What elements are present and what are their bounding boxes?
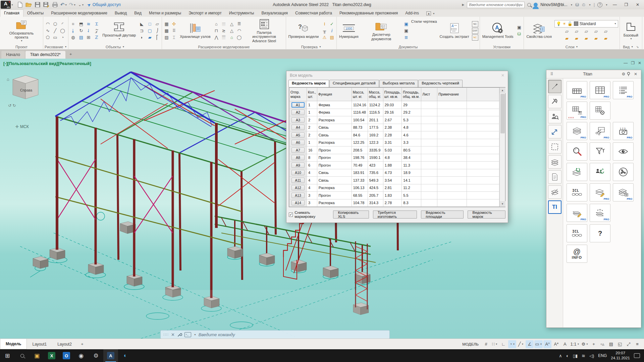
- remove-marking-checkbox[interactable]: ✓ Снимать маркировку: [289, 210, 329, 219]
- cell[interactable]: 1: [307, 139, 317, 146]
- ribbon-tab-add-ins[interactable]: Add-ins: [401, 10, 423, 17]
- cell[interactable]: A2: [289, 109, 307, 116]
- beam-blue-icon[interactable]: ℤ: [93, 35, 100, 41]
- ribbon-button-обозреватель-проекта[interactable]: Обозреватель проекта▼: [1, 19, 42, 43]
- cell[interactable]: [421, 139, 437, 146]
- status-grid-display[interactable]: #: [482, 340, 490, 348]
- status-annotation-scale[interactable]: 1:1▼: [570, 340, 580, 348]
- table-row[interactable]: A11Ферма1124.161124.229.0329: [289, 101, 499, 109]
- cell[interactable]: [437, 192, 467, 199]
- dwg-style-icon[interactable]: ▣: [403, 21, 410, 27]
- palette-header[interactable]: ⠿ Titan ⚙ ✕: [546, 70, 641, 78]
- status-isolate-objects[interactable]: ▫▵: [598, 340, 606, 348]
- cell[interactable]: 38.4: [402, 154, 421, 162]
- cell[interactable]: 4.73: [383, 169, 402, 177]
- ribbon-button-свойства-слоя[interactable]: Свойства слоя: [525, 22, 552, 39]
- cell[interactable]: 1: [307, 101, 317, 109]
- table-scrollbar[interactable]: ▲ ▼: [499, 87, 505, 207]
- status-ortho-mode[interactable]: ∟: [499, 340, 507, 348]
- cell[interactable]: 314.3: [368, 199, 383, 207]
- defaults-icon[interactable]: ▣: [516, 24, 522, 31]
- cell[interactable]: [421, 192, 437, 199]
- ellipse-c-icon[interactable]: ◔: [59, 35, 66, 41]
- cell[interactable]: Связь: [317, 124, 352, 131]
- tray-chevron-icon[interactable]: ∧: [559, 353, 562, 358]
- table-row[interactable]: A114Связь137.33549.33.5414.1: [289, 177, 499, 184]
- cell[interactable]: Ферма: [317, 101, 352, 109]
- cell[interactable]: A9: [289, 162, 307, 169]
- nc-gear-icon[interactable]: NC: [472, 35, 478, 41]
- button-ведомость-площади[interactable]: Ведомость площади: [421, 210, 464, 219]
- status-annotation-scale-icon[interactable]: A: [561, 340, 569, 348]
- ribbon-group-label[interactable]: Объекты▼: [70, 44, 160, 50]
- nc-icon[interactable]: NC: [472, 21, 478, 27]
- taskbar-search-icon[interactable]: [15, 349, 30, 362]
- dwg-gear-icon[interactable]: ▣: [403, 28, 410, 34]
- cell[interactable]: 104.78: [352, 199, 368, 207]
- ribbon-button-проверка-модели[interactable]: ?Проверка модели: [287, 22, 320, 39]
- cell[interactable]: A11: [289, 177, 307, 184]
- autodesk-app-caret[interactable]: ▼: [589, 4, 591, 6]
- cell[interactable]: 2: [307, 131, 317, 139]
- status-annotation-monitor[interactable]: +: [590, 340, 598, 348]
- cell[interactable]: 3: [307, 192, 317, 199]
- brace-c-icon[interactable]: ⊐: [139, 28, 145, 34]
- cell[interactable]: 1.83: [383, 192, 402, 199]
- column-header-9[interactable]: [467, 88, 499, 101]
- palette-button-scissors-sheet[interactable]: PRO: [590, 122, 610, 140]
- dialog-tab-выборка-металла[interactable]: Выборка металла: [379, 80, 418, 87]
- ribbon-group-label[interactable]: Документы: [338, 44, 478, 50]
- cell[interactable]: [437, 169, 467, 177]
- cell[interactable]: 1124.16: [352, 101, 368, 109]
- table-row[interactable]: A32Распорка100.54201.12.675.3: [289, 116, 499, 124]
- arc-icon[interactable]: ◠: [45, 21, 51, 27]
- palette-tool-ti-logo[interactable]: TI: [548, 200, 561, 214]
- sq2-icon[interactable]: ▢: [147, 28, 153, 34]
- palette-tool-document-sheet[interactable]: [548, 170, 561, 184]
- cell[interactable]: 1.88: [383, 162, 402, 169]
- palette-button-sheets-pencil[interactable]: PRO: [567, 204, 587, 222]
- cell[interactable]: [437, 199, 467, 207]
- model-space-label[interactable]: МОДЕЛЬ: [460, 341, 481, 348]
- cell[interactable]: Прогон: [317, 192, 352, 199]
- cell[interactable]: 84.6: [352, 131, 368, 139]
- help-icon[interactable]: ?: [597, 2, 602, 7]
- layer-lock2-icon[interactable]: ▱: [583, 28, 589, 35]
- cell[interactable]: A3: [289, 116, 307, 124]
- poly-icon[interactable]: ⬡: [52, 21, 58, 27]
- fold-icon[interactable]: ⎠: [154, 28, 160, 34]
- cell[interactable]: [421, 109, 437, 116]
- cell[interactable]: 29: [402, 101, 421, 109]
- table-row[interactable]: A88Прогон198.761590.14.838.4: [289, 154, 499, 162]
- scroll-thumb[interactable]: [500, 94, 505, 133]
- command-caret[interactable]: ▼: [194, 334, 196, 336]
- table-row[interactable]: A21Ферма1116.481116.529.1629.2: [289, 109, 499, 116]
- roof1-icon[interactable]: △: [229, 21, 235, 27]
- plate2-icon[interactable]: ▱: [154, 21, 160, 27]
- cell[interactable]: 70.49: [352, 162, 368, 169]
- cell[interactable]: 5.5: [402, 192, 421, 199]
- layer-merge-icon[interactable]: ▱: [602, 28, 609, 35]
- save-as-button[interactable]: [43, 1, 50, 8]
- status-customization-menu[interactable]: ≡: [633, 340, 641, 348]
- palette-button-people-recycle[interactable]: [590, 163, 610, 181]
- marks-table[interactable]: Отпр.маркаКол.,шт.ФункцияМасса,шт. кг.Ма…: [289, 87, 499, 207]
- cell[interactable]: A7: [289, 146, 307, 154]
- palette-button-grid-people[interactable]: PROxxxx: [567, 102, 587, 120]
- cell[interactable]: 106.13: [352, 184, 368, 192]
- ucs-indicator[interactable]: ✛ МСК: [15, 124, 29, 129]
- ribbon-button-палитра-инструментов-advance-steel[interactable]: Палитра инструментов Advance Steel: [244, 18, 284, 44]
- command-line-bar[interactable]: ∷∷ ✕ >_ ▼ Введите команду: [160, 330, 390, 339]
- cell[interactable]: 208.5: [352, 146, 368, 154]
- ribbon-button-прокатный-двутавр[interactable]: Прокатный двутавр▼: [101, 21, 137, 41]
- command-terminal-icon[interactable]: >_: [184, 332, 191, 337]
- palette-button-question[interactable]: ?: [590, 224, 610, 242]
- palette-button-funnel-y[interactable]: [590, 142, 610, 161]
- palette-button-e-lines[interactable]: PRO: [613, 81, 634, 99]
- command-wrench-icon[interactable]: [177, 332, 182, 337]
- viewport-controls[interactable]: [-][Пользовательский вид][Реалистичный]: [3, 61, 91, 66]
- ribbon-button-нумерация[interactable]: 1000Нумерация: [338, 22, 360, 39]
- deck-icon[interactable]: 𝄚: [221, 35, 227, 41]
- undo-button[interactable]: ↶▼: [60, 1, 67, 8]
- palette-button-at-info[interactable]: @INFO: [567, 245, 587, 263]
